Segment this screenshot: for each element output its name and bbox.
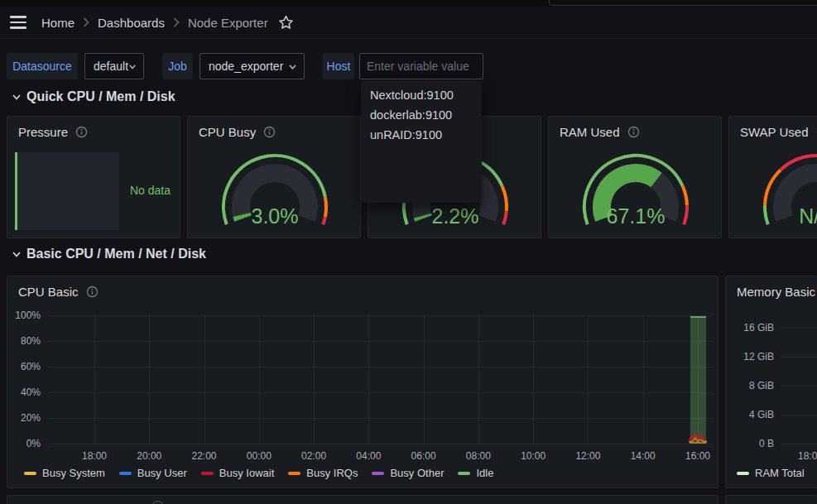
panel-title[interactable]: SWAP Used [740, 125, 809, 139]
y-axis-tick: 0 B [759, 438, 774, 449]
legend-label: Busy System [42, 467, 105, 479]
y-axis-tick: 40% [21, 386, 41, 398]
breadcrumb: Home Dashboards Node Exporter [41, 16, 268, 30]
x-axis-tick: 22:00 [192, 450, 217, 462]
legend-label: Busy User [137, 467, 187, 479]
memory-basic-legend: RAM Total [737, 467, 817, 479]
gridline [48, 315, 713, 316]
ram-used-gauge: 67.1% [549, 146, 723, 239]
section-quick-cpu-mem-disk[interactable]: Quick CPU / Mem / Disk [12, 89, 175, 104]
host-input[interactable] [359, 53, 483, 79]
top-chrome-strip [0, 0, 817, 7]
x-axis-tick: 06:00 [411, 450, 436, 462]
x-axis-tick: 16:00 [685, 450, 710, 462]
menu-toggle-icon[interactable] [10, 16, 26, 29]
y-axis-tick: 4 GiB [749, 409, 774, 420]
no-data-label: No data [130, 184, 171, 197]
y-axis-tick: 12 GiB [743, 351, 774, 362]
legend-item[interactable]: Busy Iowait [201, 467, 274, 479]
legend-swatch [737, 472, 749, 475]
chevron-right-icon [173, 17, 180, 27]
host-option[interactable]: dockerlab:9100 [361, 105, 482, 125]
gridline [204, 315, 205, 444]
legend-label: RAM Total [755, 467, 805, 479]
breadcrumb-dashboards[interactable]: Dashboards [98, 16, 165, 30]
gridline [781, 328, 817, 329]
panel-title[interactable]: Memory Basic [737, 285, 815, 299]
legend-swatch [372, 472, 384, 475]
info-icon[interactable] [627, 126, 640, 138]
gridline [781, 415, 817, 415]
chevron-down-icon [12, 249, 22, 259]
gridline [94, 315, 95, 444]
job-value: node_exporter [209, 60, 283, 73]
panel-swap-used: SWAP Used N/A [728, 116, 817, 238]
grafana-dashboard: Home Dashboards Node Exporter Datasource… [0, 0, 817, 504]
legend-swatch [24, 472, 36, 475]
gauge-graphic: N/A [729, 146, 817, 239]
gridline [314, 315, 315, 444]
gauge-value: 2.2% [432, 204, 479, 228]
info-icon[interactable] [263, 126, 276, 138]
info-icon[interactable] [86, 286, 99, 298]
breadcrumb-home[interactable]: Home [41, 16, 74, 30]
datasource-select[interactable]: default [84, 53, 144, 79]
host-option[interactable]: Nextcloud:9100 [361, 85, 482, 105]
gridline [48, 418, 713, 419]
host-label-text: Host [327, 60, 351, 73]
y-axis-tick: 0% [26, 438, 41, 449]
panel-title[interactable]: CPU Busy [199, 125, 256, 139]
legend-item[interactable]: Idle [458, 467, 493, 479]
y-axis-tick: 60% [21, 361, 41, 372]
gauge-value: N/A [799, 204, 817, 228]
job-label: Job [162, 53, 193, 79]
gauge-graphic: 3.0% [188, 146, 362, 239]
host-label: Host [323, 53, 354, 79]
chevron-down-icon [128, 62, 137, 71]
legend-item[interactable]: RAM Total [737, 467, 805, 479]
gridline [48, 444, 713, 444]
legend-swatch [119, 472, 132, 475]
y-axis-tick: 80% [21, 335, 41, 347]
y-axis-tick: 20% [21, 412, 41, 424]
panel-title[interactable]: Pressure [18, 125, 68, 139]
legend-swatch [201, 472, 214, 475]
star-favorite-icon[interactable] [278, 15, 294, 31]
legend-label: Busy Iowait [219, 467, 274, 479]
gauge-graphic: 67.1% [549, 146, 723, 239]
section-title: Basic CPU / Mem / Net / Disk [26, 247, 206, 262]
panel-title[interactable]: RAM Used [560, 125, 620, 139]
search-bar-partial[interactable] [549, 0, 817, 6]
panel-next-row-left-partial [7, 495, 718, 504]
x-axis-tick: 20:00 [137, 450, 161, 462]
legend-item[interactable]: Busy System [24, 467, 105, 479]
breadcrumb-current: Node Exporter [188, 16, 268, 30]
gridline [259, 315, 260, 444]
panel-pressure: Pressure No data [7, 116, 180, 238]
gridline [781, 386, 817, 386]
cpu-busy-gauge: 3.0% [188, 146, 362, 239]
gridline [588, 315, 589, 444]
legend-item[interactable]: Busy Other [372, 467, 444, 479]
section-basic-cpu-mem-net-disk[interactable]: Basic CPU / Mem / Net / Disk [12, 247, 206, 262]
gridline [781, 444, 817, 444]
info-icon[interactable] [75, 126, 88, 138]
datasource-value: default [94, 60, 128, 73]
cpu-activity-spike [48, 315, 713, 444]
host-option[interactable]: unRAID:9100 [361, 125, 482, 145]
y-axis-tick: 100% [15, 310, 41, 321]
legend-swatch [288, 472, 300, 475]
gauge-value: 3.0% [252, 204, 299, 228]
x-axis-tick: 00:00 [247, 450, 272, 462]
job-select[interactable]: node_exporter [199, 53, 305, 79]
panel-title[interactable]: CPU Basic [18, 285, 79, 299]
panel-memory-basic: Memory Basic RAM Total 16 GiB12 GiB8 GiB… [725, 276, 817, 488]
panel-cpu-busy: CPU Busy 3.0% [187, 116, 361, 238]
legend-item[interactable]: Busy IRQs [288, 467, 358, 479]
panel-header: Pressure [7, 117, 180, 139]
legend-label: Busy IRQs [306, 467, 358, 479]
panel-cpu-basic: CPU Basic Busy SystemBusy UserBusy Iowai… [7, 276, 718, 488]
x-axis-tick: 14:00 [631, 450, 656, 462]
datasource-label: Datasource [7, 53, 78, 79]
legend-item[interactable]: Busy User [119, 467, 187, 479]
